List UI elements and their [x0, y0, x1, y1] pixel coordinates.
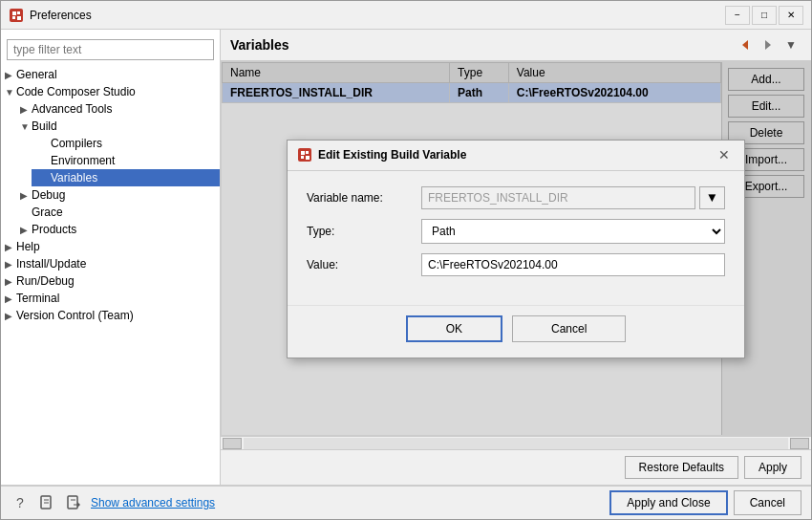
svg-rect-1 — [12, 11, 16, 15]
sidebar-item-label: Debug — [32, 188, 65, 202]
minimize-button[interactable]: − — [725, 6, 750, 25]
svg-rect-15 — [68, 496, 77, 509]
value-control — [421, 253, 725, 276]
type-select[interactable]: Path String — [421, 219, 725, 244]
close-button[interactable]: ✕ — [779, 6, 803, 25]
docs-svg — [39, 495, 54, 510]
svg-rect-3 — [12, 16, 15, 19]
cancel-button[interactable]: Cancel — [512, 315, 626, 342]
sidebar-item-label: Grace — [32, 206, 63, 219]
variable-name-control: ▼ — [421, 186, 725, 209]
footer: ? Show advanced setti — [1, 485, 811, 519]
footer-left: ? Show advanced setti — [11, 493, 215, 512]
sidebar: ▶ General ▼ Code Composer Studio ▶ Advan… — [1, 30, 221, 485]
sidebar-item-install-update[interactable]: ▶ Install/Update — [1, 255, 220, 272]
back-button[interactable] — [735, 35, 756, 54]
ok-button[interactable]: OK — [406, 315, 502, 342]
variable-name-row: Variable name: ▼ — [307, 186, 725, 209]
docs-icon[interactable] — [37, 493, 56, 512]
restore-defaults-button[interactable]: Restore Defaults — [625, 456, 738, 479]
svg-marker-18 — [77, 502, 80, 508]
sidebar-item-environment[interactable]: Environment — [32, 152, 220, 169]
svg-marker-6 — [765, 40, 771, 50]
footer-cancel-button[interactable]: Cancel — [734, 490, 801, 515]
modal-close-button[interactable]: ✕ — [714, 145, 735, 164]
forward-icon — [761, 38, 775, 52]
type-row: Type: Path String — [307, 219, 725, 244]
expand-icon: ▶ — [5, 259, 14, 270]
sidebar-item-run-debug[interactable]: ▶ Run/Debug — [1, 272, 220, 290]
preferences-window: Preferences − □ ✕ ▶ General ▼ Code Compo… — [0, 0, 812, 520]
expand-icon: ▶ — [5, 276, 14, 287]
svg-rect-9 — [306, 151, 309, 154]
variable-name-input[interactable] — [421, 186, 695, 209]
sidebar-item-label: Run/Debug — [16, 274, 75, 288]
svg-marker-5 — [742, 40, 748, 50]
sidebar-item-version-control[interactable]: ▶ Version Control (Team) — [1, 307, 220, 324]
window-controls: − □ ✕ — [725, 6, 803, 25]
modal-overlay: Edit Existing Build Variable ✕ Variable … — [222, 62, 810, 435]
sidebar-item-help[interactable]: ▶ Help — [1, 238, 220, 255]
right-panel: Variables ▼ — [221, 30, 811, 485]
apply-close-button[interactable]: Apply and Close — [609, 490, 727, 515]
sidebar-item-variables[interactable]: Variables — [32, 169, 220, 186]
sidebar-item-debug[interactable]: ▶ Debug — [16, 186, 220, 204]
forward-button[interactable] — [758, 35, 779, 54]
filter-input[interactable] — [7, 39, 214, 60]
sidebar-item-general[interactable]: ▶ General — [1, 66, 220, 83]
bottom-bar: Restore Defaults Apply — [221, 449, 811, 485]
panel-toolbar: ▼ — [735, 35, 801, 54]
footer-right: Apply and Close Cancel — [609, 490, 801, 515]
expand-icon: ▶ — [5, 293, 14, 304]
sidebar-item-advanced-tools[interactable]: ▶ Advanced Tools — [16, 100, 220, 118]
value-row: Value: — [307, 253, 725, 276]
main-content: ▶ General ▼ Code Composer Studio ▶ Advan… — [1, 30, 811, 519]
expand-icon: ▶ — [20, 190, 30, 201]
sidebar-item-label: Products — [32, 223, 76, 236]
variable-name-dropdown[interactable]: ▼ — [699, 186, 725, 209]
modal-title: Edit Existing Build Variable — [318, 148, 466, 162]
modal-body: Variable name: ▼ Type: — [288, 171, 744, 301]
modal-titlebar: Edit Existing Build Variable ✕ — [288, 141, 744, 171]
panel-title: Variables — [230, 37, 289, 53]
panel-header: Variables ▼ — [221, 30, 811, 61]
sidebar-item-label: Terminal — [16, 292, 59, 305]
apply-button[interactable]: Apply — [744, 456, 801, 479]
modal-footer: OK Cancel — [288, 305, 744, 358]
value-input[interactable] — [421, 253, 725, 276]
type-control: Path String — [421, 219, 725, 244]
sidebar-item-terminal[interactable]: ▶ Terminal — [1, 290, 220, 307]
expand-icon: ▼ — [20, 121, 30, 132]
scroll-track — [244, 438, 788, 449]
modal-icon — [297, 147, 312, 162]
build-children: Compilers Environment Variables — [16, 135, 220, 186]
app-icon — [9, 8, 24, 23]
scroll-right[interactable] — [790, 438, 809, 449]
sidebar-item-label: Build — [32, 119, 57, 133]
sidebar-item-label: Help — [16, 240, 40, 253]
expand-icon: ▶ — [5, 311, 14, 321]
window-title: Preferences — [30, 9, 92, 22]
advanced-settings-link[interactable]: Show advanced settings — [91, 496, 215, 509]
menu-button[interactable]: ▼ — [780, 35, 801, 54]
content-area: ▶ General ▼ Code Composer Studio ▶ Advan… — [1, 30, 811, 485]
sidebar-item-compilers[interactable]: Compilers — [32, 135, 220, 152]
help-icon[interactable]: ? — [11, 493, 30, 512]
svg-rect-4 — [17, 16, 21, 20]
h-scrollbar[interactable] — [221, 436, 811, 449]
sidebar-item-ccs[interactable]: ▼ Code Composer Studio — [1, 83, 220, 100]
maximize-button[interactable]: □ — [752, 6, 777, 25]
sidebar-item-build[interactable]: ▼ Build — [16, 118, 220, 135]
type-label: Type: — [307, 225, 421, 238]
sidebar-item-products[interactable]: ▶ Products — [16, 221, 220, 238]
export-svg — [66, 495, 81, 510]
sidebar-item-label: General — [16, 68, 57, 81]
svg-rect-8 — [301, 151, 305, 155]
sidebar-item-label: Advanced Tools — [32, 102, 113, 116]
export-icon[interactable] — [64, 493, 83, 512]
expand-icon: ▶ — [5, 70, 14, 80]
scroll-left[interactable] — [223, 438, 242, 449]
sidebar-item-grace[interactable]: ▶ Grace — [16, 204, 220, 221]
panel-body: Name Type Value FREERTOS_INSTALL_DIR Pat… — [221, 61, 811, 436]
titlebar: Preferences − □ ✕ — [1, 1, 811, 30]
